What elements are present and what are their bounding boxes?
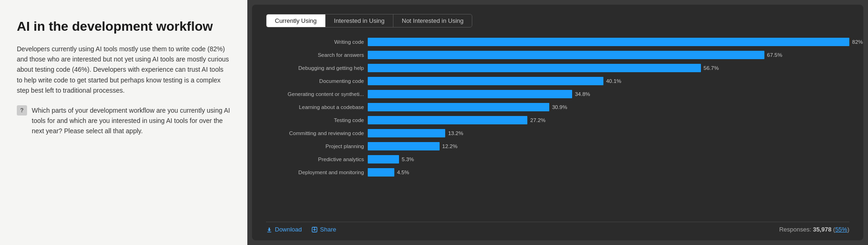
bar-track: 34.8% <box>368 90 849 98</box>
bar-fill: 56.7% <box>368 64 701 72</box>
bar-label: Project planning <box>266 143 364 149</box>
bar-fill: 27.2% <box>368 116 527 124</box>
bar-track: 56.7% <box>368 64 849 72</box>
bar-track: 12.2% <box>368 142 849 150</box>
bar-value-label: 34.8% <box>575 91 590 97</box>
bar-label: Search for answers <box>266 52 364 58</box>
right-panel: Currently Using Interested in Using Not … <box>252 5 863 240</box>
tab-not-interested[interactable]: Not Interested in Using <box>393 14 472 27</box>
bar-label: Generating content or syntheti... <box>266 91 364 97</box>
tab-interested-in-using[interactable]: Interested in Using <box>326 14 393 27</box>
description-text: Developers currently using AI tools most… <box>17 44 231 96</box>
bar-row: Debugging and getting help56.7% <box>266 63 849 73</box>
bar-row: Learning about a codebase30.9% <box>266 102 849 112</box>
bar-chart: Writing code82%Search for answers67.5%De… <box>266 37 849 216</box>
bar-value-label: 4.5% <box>397 170 409 175</box>
bar-label: Learning about a codebase <box>266 104 364 110</box>
bar-track: 27.2% <box>368 116 849 124</box>
bar-label: Testing code <box>266 117 364 123</box>
tab-group: Currently Using Interested in Using Not … <box>266 14 472 27</box>
bar-track: 5.3% <box>368 155 849 163</box>
bar-row: Generating content or syntheti...34.8% <box>266 89 849 99</box>
bar-value-label: 67.5% <box>767 52 783 58</box>
responses-count: Responses: 35,978 (55%) <box>779 226 849 233</box>
bar-value-label: 56.7% <box>704 65 719 71</box>
question-icon: ? <box>17 105 27 116</box>
tab-currently-using[interactable]: Currently Using <box>266 14 326 27</box>
bar-fill: 82% <box>368 38 849 46</box>
share-icon <box>311 226 318 233</box>
download-button[interactable]: Download <box>266 226 302 233</box>
bar-value-label: 82% <box>852 39 863 45</box>
svg-rect-0 <box>267 231 272 232</box>
bar-track: 30.9% <box>368 103 849 111</box>
share-button[interactable]: Share <box>311 226 336 233</box>
bar-row: Testing code27.2% <box>266 115 849 125</box>
bar-label: Debugging and getting help <box>266 65 364 71</box>
bar-label: Predictive analytics <box>266 157 364 162</box>
share-label: Share <box>320 226 336 233</box>
bar-label: Committing and reviewing code <box>266 130 364 136</box>
download-icon <box>266 226 273 233</box>
bar-track: 13.2% <box>368 129 849 137</box>
chart-footer: Download Share Responses: 35,978 (55%) <box>266 222 849 233</box>
bar-track: 40.1% <box>368 77 849 85</box>
bar-value-label: 12.2% <box>442 143 458 149</box>
bar-row: Committing and reviewing code13.2% <box>266 128 849 138</box>
bar-track: 82% <box>368 38 849 46</box>
bar-value-label: 27.2% <box>530 117 546 123</box>
bar-row: Deployment and monitoring4.5% <box>266 167 849 177</box>
bar-fill: 40.1% <box>368 77 603 85</box>
bar-value-label: 30.9% <box>552 104 567 110</box>
bar-label: Deployment and monitoring <box>266 170 364 175</box>
bar-row: Predictive analytics5.3% <box>266 154 849 164</box>
bar-track: 4.5% <box>368 168 849 177</box>
question-block: ? Which parts of your development workfl… <box>17 105 231 136</box>
bar-row: Project planning12.2% <box>266 141 849 151</box>
left-panel: AI in the development workflow Developer… <box>0 0 247 245</box>
bar-label: Writing code <box>266 39 364 45</box>
bar-fill: 13.2% <box>368 129 445 137</box>
bar-value-label: 40.1% <box>606 78 622 84</box>
bar-value-label: 13.2% <box>448 130 463 136</box>
bar-fill: 30.9% <box>368 103 549 111</box>
bar-fill: 5.3% <box>368 155 399 163</box>
question-text: Which parts of your development workflow… <box>32 105 231 136</box>
main-title: AI in the development workflow <box>17 19 231 34</box>
bar-row: Writing code82% <box>266 37 849 47</box>
download-label: Download <box>275 226 302 233</box>
bar-fill: 4.5% <box>368 168 394 177</box>
responses-pct-link[interactable]: 55% <box>835 226 847 233</box>
bar-track: 67.5% <box>368 51 849 59</box>
bar-label: Documenting code <box>266 78 364 84</box>
bar-row: Documenting code40.1% <box>266 76 849 86</box>
bar-value-label: 5.3% <box>402 157 414 162</box>
bar-fill: 34.8% <box>368 90 572 98</box>
footer-actions: Download Share <box>266 226 336 233</box>
bar-fill: 67.5% <box>368 51 764 59</box>
bar-fill: 12.2% <box>368 142 440 150</box>
bar-row: Search for answers67.5% <box>266 50 849 60</box>
